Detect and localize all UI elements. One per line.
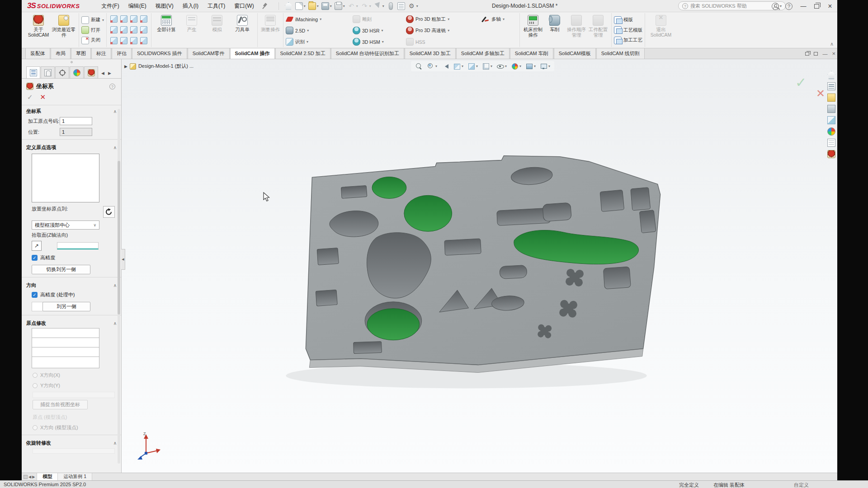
command-tab[interactable]: SolidCAM 操作: [230, 48, 275, 59]
view-palette-icon[interactable]: [827, 116, 835, 124]
origin-position-dropdown[interactable]: 模型框顶部中心 ∨: [32, 221, 99, 230]
command-tab[interactable]: SolidCAM 自动特征识别加工: [331, 48, 404, 59]
reset-origin-button[interactable]: [103, 206, 115, 218]
dropdown-arrow-icon[interactable]: ▾: [320, 17, 321, 21]
capture-view-coords-button[interactable]: 捕捉当前视图坐标: [33, 400, 88, 409]
tabs-scroll-right-icon[interactable]: ▶: [108, 71, 111, 75]
user-account-icon[interactable]: [772, 3, 779, 10]
doc-restore-icon[interactable]: [805, 52, 809, 56]
face-picker-icon[interactable]: ↗: [32, 241, 42, 251]
home-icon[interactable]: [827, 71, 835, 79]
appearances-scenes-icon[interactable]: [827, 127, 835, 136]
command-tab[interactable]: 布局: [51, 48, 71, 59]
doc-close-icon[interactable]: ×: [832, 50, 835, 57]
ribbon-button[interactable]: 加工工艺: [614, 35, 642, 45]
command-tab[interactable]: SolidCAM零件: [188, 48, 230, 59]
tab-solidcam-manager[interactable]: [84, 66, 98, 78]
ribbon-button[interactable]: 3D HSR▾: [353, 26, 406, 36]
collapse-arrow-icon[interactable]: ∧: [113, 321, 117, 326]
ribbon-button[interactable]: 测量操作: [260, 14, 281, 47]
ribbon-button[interactable]: 打开: [81, 25, 104, 35]
ribbon-button[interactable]: 操作顺序管理: [566, 14, 587, 47]
x-direction-vertex-radio[interactable]: [33, 425, 38, 430]
ribbon-button[interactable]: 关于 SolidCAM: [26, 14, 51, 47]
flip-side-button[interactable]: 到另一侧: [42, 302, 90, 311]
tabs-scroll-left-icon[interactable]: ◀: [101, 71, 104, 75]
origin-z-field[interactable]: [32, 347, 99, 357]
dropdown-arrow-icon[interactable]: ▾: [102, 18, 104, 22]
origin-options-listbox[interactable]: [32, 154, 99, 202]
collapse-arrow-icon[interactable]: ∧: [113, 109, 117, 114]
cam-part-icon[interactable]: [130, 37, 137, 44]
command-tab[interactable]: SolidCAM 线切割: [596, 48, 645, 59]
ribbon-button[interactable]: 关闭: [81, 35, 104, 45]
tab-scroll-left-icon[interactable]: ◀: [28, 475, 31, 479]
dropdown-arrow-icon[interactable]: ▾: [307, 40, 308, 44]
panel-help-icon[interactable]: ?: [109, 84, 115, 89]
ribbon-button[interactable]: 车削: [544, 14, 566, 47]
origin-y-field[interactable]: [32, 338, 99, 347]
cam-part-icon[interactable]: [120, 15, 127, 23]
command-tab[interactable]: 评估: [112, 48, 132, 59]
menu-item[interactable]: 窗口(W): [230, 0, 258, 12]
status-customize[interactable]: 自定义: [794, 482, 809, 488]
ribbon-button[interactable]: 机床控制操作: [522, 14, 544, 47]
ribbon-button[interactable]: HSS: [406, 37, 482, 47]
ribbon-button[interactable]: 2.5D▾: [286, 26, 353, 36]
switch-side-button[interactable]: 切换到另一侧: [32, 265, 90, 274]
menu-item[interactable]: 文件(F): [97, 0, 123, 12]
ribbon-button[interactable]: 浏览最近零件: [51, 14, 76, 47]
panel-scrollbar-thumb[interactable]: [118, 161, 120, 314]
doc-minimize-icon[interactable]: —: [822, 51, 827, 56]
ribbon-button[interactable]: Pro 3D 高速铣▾: [406, 26, 482, 36]
ribbon-button[interactable]: 模拟: [204, 14, 230, 47]
ribbon-button[interactable]: 雕刻: [353, 14, 406, 24]
dropdown-arrow-icon[interactable]: ▾: [382, 40, 384, 44]
cam-part-icon[interactable]: [110, 15, 118, 23]
high-precision-checkbox[interactable]: ✓: [32, 255, 38, 261]
command-tab[interactable]: SolidCAM 多轴加工: [456, 48, 509, 59]
origin-extra-field[interactable]: [32, 357, 99, 368]
file-explorer-icon[interactable]: [827, 105, 835, 113]
command-tab[interactable]: SolidCAM 3D 加工: [405, 48, 456, 59]
close-button[interactable]: ×: [826, 2, 835, 10]
direction-precision-checkbox[interactable]: ✓: [32, 292, 38, 298]
ribbon-button[interactable]: 全部计算: [154, 14, 179, 47]
cam-part-icon[interactable]: [110, 26, 118, 33]
cam-part-icon[interactable]: [120, 37, 127, 44]
dropdown-arrow-icon[interactable]: ▾: [307, 28, 309, 33]
cam-part-icon[interactable]: [120, 26, 127, 33]
viewport-3d[interactable]: ▶ Design-Model-1 (默认) ... ▾ ▾ ▾ ▾ ▾ ▾ ▾ …: [122, 59, 837, 473]
command-tab[interactable]: SolidCAM 车削: [510, 48, 553, 59]
tab-splitter-icon[interactable]: [24, 475, 28, 479]
doc-maximize-icon[interactable]: [814, 52, 818, 56]
tab-property-manager[interactable]: [41, 66, 55, 78]
tab-dimxpert-manager[interactable]: [70, 66, 84, 78]
dropdown-arrow-icon[interactable]: ▾: [448, 17, 449, 21]
ribbon-collapse-icon[interactable]: ∧: [830, 41, 834, 47]
panel-splitter-handle[interactable]: [71, 61, 73, 63]
x-direction-radio[interactable]: [33, 373, 38, 378]
ribbon-button[interactable]: 工件配置管理: [587, 14, 609, 47]
panel-collapse-handle[interactable]: ◀: [121, 249, 125, 270]
solidcam-taskpane-icon[interactable]: [827, 150, 835, 158]
ribbon-button[interactable]: 3D HSM▾: [353, 37, 406, 47]
command-tab[interactable]: SolidCAM模板: [554, 48, 596, 59]
origin-x-field[interactable]: [32, 328, 99, 338]
ribbon-button[interactable]: 新建▾: [81, 15, 104, 25]
cam-part-icon[interactable]: [140, 26, 147, 33]
position-input[interactable]: [60, 128, 92, 136]
ribbon-button[interactable]: Pro 3D 粗加工▾: [406, 14, 482, 24]
command-tab[interactable]: SOLIDWORKS 插件: [132, 48, 187, 59]
dropdown-arrow-icon[interactable]: ▾: [382, 28, 383, 33]
origin-number-input[interactable]: [60, 117, 92, 125]
help-icon[interactable]: ?: [785, 3, 793, 10]
document-tab[interactable]: 模型: [37, 473, 58, 480]
confirm-cancel-icon[interactable]: ✕: [816, 87, 825, 100]
cam-part-icon[interactable]: [130, 15, 137, 23]
menu-item[interactable]: 插入(I): [178, 0, 203, 12]
ribbon-button[interactable]: 工艺模版: [614, 25, 642, 35]
collapse-arrow-icon[interactable]: ∧: [113, 283, 117, 288]
cam-part-icon[interactable]: [130, 26, 137, 33]
pin-icon[interactable]: [261, 3, 268, 9]
